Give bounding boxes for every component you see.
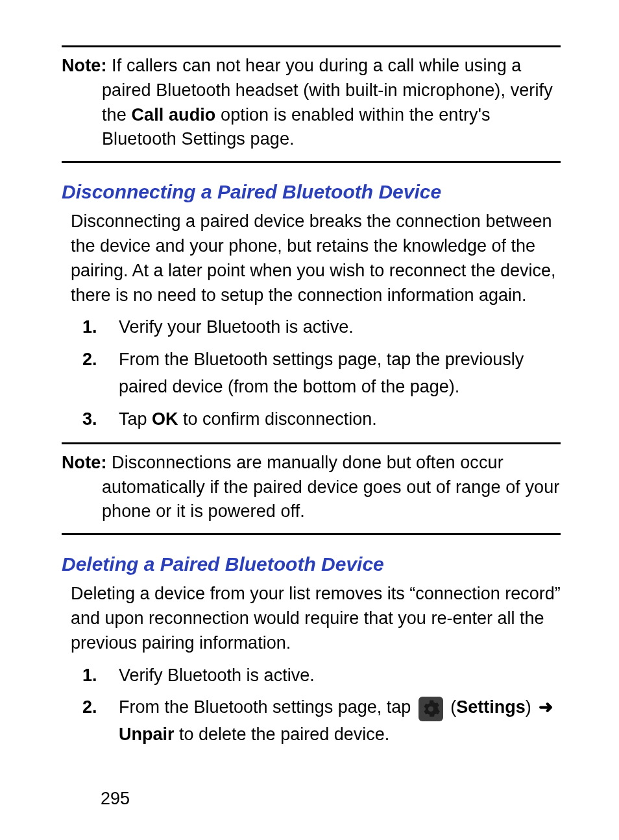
settings-label: Settings [456, 697, 526, 717]
section1-intro: Disconnecting a paired device breaks the… [71, 210, 561, 307]
step-text: From the Bluetooth settings page, tap th… [119, 350, 524, 396]
note-box-2: Note: Disconnections are manually done b… [62, 444, 561, 533]
section2-intro: Deleting a device from your list removes… [71, 582, 561, 655]
arrow-icon: ➜ [539, 697, 553, 717]
step-number: 2. [82, 346, 97, 374]
note-box-1: Note: If callers can not hear you during… [62, 47, 561, 161]
section2-heading: Deleting a Paired Bluetooth Device [62, 553, 561, 575]
paren-open: ( [450, 697, 456, 717]
note-label: Note: [62, 453, 107, 472]
list-item: 1. Verify your Bluetooth is active. [62, 314, 561, 341]
step-text-pre: Tap [119, 409, 152, 429]
divider-bottom-note1 [62, 161, 561, 163]
note1-bold: Call audio [131, 105, 215, 125]
section1-steps: 1. Verify your Bluetooth is active. 2. F… [62, 314, 561, 433]
step-text-post: to delete the paired device. [175, 725, 390, 744]
section1-heading: Disconnecting a Paired Bluetooth Device [62, 181, 561, 203]
step-text-post: to confirm disconnection. [178, 409, 377, 429]
settings-gear-icon [419, 697, 443, 721]
note-label: Note: [62, 56, 107, 75]
note1-text: Note: If callers can not hear you during… [102, 54, 561, 152]
unpair-label: Unpair [119, 725, 175, 744]
list-item: 2. From the Bluetooth settings page, tap… [62, 346, 561, 401]
step-text: Verify Bluetooth is active. [119, 666, 315, 685]
step-text: Verify your Bluetooth is active. [119, 317, 354, 337]
paren-close: ) [526, 697, 537, 717]
document-page: Note: If callers can not hear you during… [0, 0, 619, 840]
list-item: 1. Verify Bluetooth is active. [62, 662, 561, 690]
section2-steps: 1. Verify Bluetooth is active. 2. From t… [62, 662, 561, 749]
list-item: 3. Tap OK to confirm disconnection. [62, 406, 561, 433]
step-bold: OK [152, 409, 178, 429]
note2-body: Disconnections are manually done but oft… [102, 453, 559, 522]
step-number: 1. [82, 314, 97, 341]
page-number: 295 [101, 789, 130, 809]
divider-bottom-note2 [62, 533, 561, 535]
step-number: 2. [82, 694, 97, 721]
step-number: 3. [82, 406, 97, 433]
step-text-pre: From the Bluetooth settings page, tap [119, 697, 416, 717]
step-number: 1. [82, 662, 97, 690]
note2-text: Note: Disconnections are manually done b… [102, 451, 561, 524]
list-item: 2. From the Bluetooth settings page, tap… [62, 694, 561, 749]
